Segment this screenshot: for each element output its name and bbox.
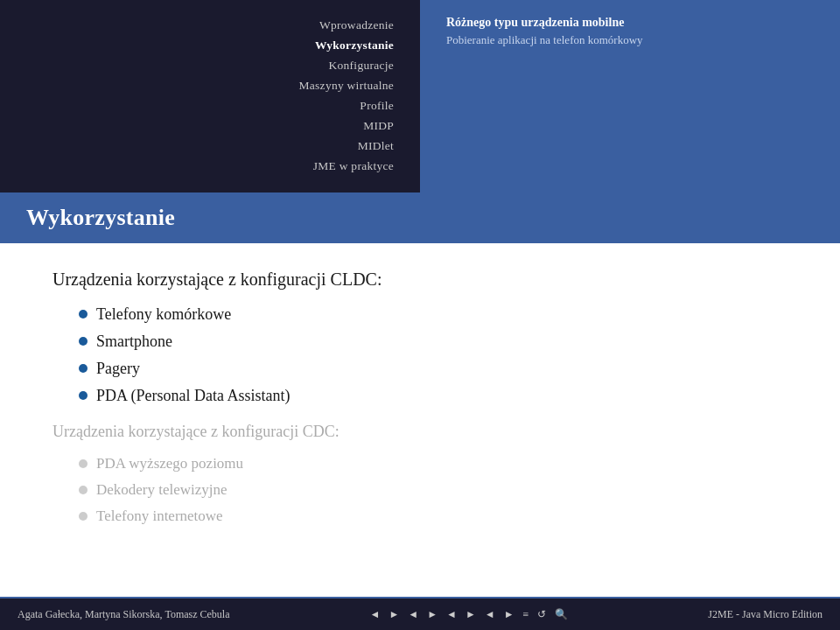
list-item-smartphone: Smartphone — [79, 332, 796, 351]
nav-controls[interactable]: ◄ ► ◄ ► ◄ ► ◄ ► ≡ ↺ 🔍 — [358, 606, 579, 623]
bullet-icon-pda-wyzszy — [79, 459, 88, 468]
bullet-icon-telefony — [79, 310, 88, 318]
list-item-label: Smartphone — [96, 332, 172, 351]
nav-search-btn[interactable]: 🔍 — [552, 606, 570, 623]
nav-item-wykorzystanie[interactable]: Wykorzystanie — [0, 36, 394, 56]
nav-right-panel: Różnego typu urządzenia mobilne Pobieran… — [420, 0, 840, 192]
nav-item-jme[interactable]: JME w praktyce — [0, 157, 394, 177]
list-item-telefony: Telefony komórkowe — [79, 305, 796, 324]
nav-right-subtitle: Pobieranie aplikacji na telefon komórkow… — [446, 33, 822, 47]
nav-prev4-btn[interactable]: ◄ — [482, 606, 498, 623]
cdc-list: PDA wyższego poziomu Dekodery telewizyjn… — [79, 455, 796, 525]
top-navigation-bar: Wprowadzenie Wykorzystanie Konfiguracje … — [0, 0, 840, 192]
nav-prev3-btn[interactable]: ◄ — [444, 606, 459, 623]
list-item-telefony-internetowe: Telefony internetowe — [79, 508, 796, 525]
nav-next3-btn[interactable]: ► — [463, 606, 479, 623]
bullet-icon-pda — [79, 391, 88, 400]
nav-right-title: Różnego typu urządzenia mobilne — [446, 16, 822, 30]
nav-item-profile[interactable]: Profile — [0, 96, 394, 116]
course-info: J2ME - Java Micro Edition — [708, 608, 840, 621]
nav-item-maszyny[interactable]: Maszyny wirtualne — [0, 76, 394, 96]
list-item-pda-wyzszy: PDA wyższego poziomu — [79, 455, 796, 472]
bullet-icon-telefony-internetowe — [79, 512, 88, 521]
nav-refresh-btn[interactable]: ↺ — [535, 606, 549, 623]
bullet-icon-smartphone — [79, 337, 88, 346]
list-item-label: Dekodery telewizyjne — [96, 481, 228, 499]
nav-next4-btn[interactable]: ► — [501, 606, 517, 623]
list-item-pda: PDA (Personal Data Assistant) — [79, 387, 796, 405]
bullet-icon-dekodery — [79, 486, 88, 494]
author-info: Agata Gałecka, Martyna Sikorska, Tomasz … — [0, 608, 230, 621]
list-item-label: Pagery — [96, 360, 140, 378]
list-item-dekodery: Dekodery telewizyjne — [79, 481, 796, 499]
nav-next-btn[interactable]: ► — [386, 606, 402, 623]
main-heading: Urządzenia korzystające z konfiguracji C… — [52, 270, 796, 290]
nav-left-panel: Wprowadzenie Wykorzystanie Konfiguracje … — [0, 0, 420, 192]
bottom-bar: Agata Gałecka, Martyna Sikorska, Tomasz … — [0, 598, 840, 630]
nav-item-konfiguracje[interactable]: Konfiguracje — [0, 56, 394, 76]
bullet-icon-pagery — [79, 364, 88, 373]
nav-prev2-btn[interactable]: ◄ — [405, 606, 421, 623]
list-item-label: PDA wyższego poziomu — [96, 455, 243, 472]
nav-item-wprowadzenie[interactable]: Wprowadzenie — [0, 16, 394, 36]
section-header: Wykorzystanie — [0, 192, 840, 243]
nav-item-midp[interactable]: MIDP — [0, 116, 394, 136]
nav-prev-btn[interactable]: ◄ — [367, 606, 382, 623]
list-item-label: Telefony komórkowe — [96, 305, 231, 324]
nav-menu-btn[interactable]: ≡ — [521, 606, 532, 623]
nav-next2-btn[interactable]: ► — [424, 606, 440, 623]
section-title: Wykorzystanie — [26, 205, 175, 230]
faded-heading: Urządzenia korzystające z konfiguracji C… — [52, 423, 796, 441]
main-content: Urządzenia korzystające z konfiguracji C… — [0, 243, 840, 560]
list-item-pagery: Pagery — [79, 360, 796, 378]
cldc-list: Telefony komórkowe Smartphone Pagery PDA… — [79, 305, 796, 405]
list-item-label: PDA (Personal Data Assistant) — [96, 387, 290, 405]
nav-item-midlet[interactable]: MIDlet — [0, 136, 394, 157]
list-item-label: Telefony internetowe — [96, 508, 223, 525]
